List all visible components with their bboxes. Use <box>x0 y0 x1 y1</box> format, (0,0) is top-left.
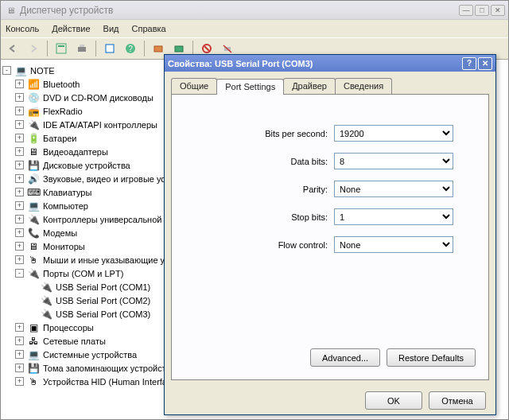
close-button[interactable]: ✕ <box>491 5 505 16</box>
flow-control-select[interactable]: None <box>334 236 453 253</box>
expander-blank <box>28 282 37 291</box>
device-icon: 🔌 <box>27 213 40 226</box>
expand-icon[interactable]: + <box>15 215 24 224</box>
cancel-button[interactable]: Отмена <box>429 391 486 410</box>
device-icon: 🖱 <box>27 375 40 388</box>
dialog-titlebar: Свойства: USB Serial Port (COM3) ? ✕ <box>165 55 495 72</box>
menu-console[interactable]: Консоль <box>6 24 39 33</box>
expand-icon[interactable]: + <box>15 323 24 332</box>
advanced-button[interactable]: Advanced... <box>310 348 380 367</box>
tree-item-label: NOTE <box>30 66 55 76</box>
svg-rect-4 <box>106 45 114 52</box>
expand-icon[interactable]: + <box>15 134 24 142</box>
help-icon[interactable]: ? <box>122 40 139 57</box>
bits-per-second-select[interactable]: 19200 <box>334 125 453 142</box>
data-bits-select[interactable]: 8 <box>334 153 453 169</box>
svg-rect-7 <box>154 46 162 52</box>
expand-icon[interactable]: + <box>15 147 24 156</box>
menu-action[interactable]: Действие <box>52 24 90 33</box>
device-icon: 💾 <box>27 362 40 375</box>
menu-help[interactable]: Справка <box>132 24 166 33</box>
tree-item-label: Батареи <box>43 134 77 143</box>
stop-bits-label: Stop bits: <box>183 212 334 222</box>
tab-details[interactable]: Сведения <box>335 78 392 94</box>
expand-icon[interactable]: + <box>15 255 24 264</box>
separator <box>95 41 96 56</box>
separator <box>144 41 145 56</box>
flow-control-label: Flow control: <box>183 240 334 250</box>
device-icon: 💿 <box>27 91 40 104</box>
svg-rect-0 <box>56 44 66 53</box>
minimize-button[interactable]: — <box>459 5 473 16</box>
expand-icon[interactable]: + <box>15 188 24 196</box>
titlebar: 🖥 Диспетчер устройств — □ ✕ <box>1 1 508 20</box>
expand-icon[interactable]: + <box>15 350 24 359</box>
data-bits-label: Data bits: <box>183 157 334 166</box>
expand-icon[interactable]: + <box>15 120 24 129</box>
tree-item-label: Клавиатуры <box>43 188 91 197</box>
forward-button[interactable] <box>25 40 42 57</box>
stop-bits-select[interactable]: 1 <box>334 208 453 225</box>
parity-select[interactable]: None <box>334 181 453 197</box>
expand-icon[interactable]: + <box>15 161 24 169</box>
expand-icon[interactable]: + <box>15 174 24 183</box>
tree-item-label: Процессоры <box>43 323 94 332</box>
tab-driver[interactable]: Драйвер <box>283 78 336 94</box>
tab-panel: Bits per second: 19200 Data bits: 8 Pari… <box>171 94 489 380</box>
bits-per-second-label: Bits per second: <box>183 129 334 138</box>
tree-item-label: Модемы <box>43 228 77 238</box>
app-icon: 🖥 <box>4 4 17 17</box>
restore-defaults-button[interactable]: Restore Defaults <box>387 348 476 367</box>
expand-icon[interactable]: + <box>15 364 24 372</box>
device-icon: 💾 <box>27 159 40 172</box>
svg-rect-3 <box>80 45 84 47</box>
device-icon: 🔌 <box>27 267 40 280</box>
tab-port-settings[interactable]: Port Settings <box>216 79 284 95</box>
tree-item-label: Системные устройства <box>43 350 137 360</box>
tree-item-label: Сетевые платы <box>43 336 106 346</box>
device-icon: 💻 <box>27 200 40 212</box>
ok-button[interactable]: OK <box>365 391 422 410</box>
tree-item-label: USB Serial Port (COM1) <box>56 282 150 292</box>
svg-text:?: ? <box>128 45 133 53</box>
expand-icon[interactable]: + <box>15 80 24 88</box>
menu-view[interactable]: Вид <box>103 24 119 33</box>
properties-icon[interactable] <box>101 40 119 57</box>
expand-icon[interactable]: + <box>15 93 24 102</box>
separator <box>47 41 48 56</box>
expand-icon[interactable]: + <box>15 242 24 251</box>
device-icon: 📶 <box>27 78 40 91</box>
tab-general[interactable]: Общие <box>171 78 217 94</box>
tree-item-label: USB Serial Port (COM2) <box>56 296 150 305</box>
expand-icon[interactable]: + <box>15 336 24 345</box>
parity-label: Parity: <box>183 185 334 194</box>
expand-icon[interactable]: + <box>15 201 24 210</box>
properties-dialog: Свойства: USB Serial Port (COM3) ? ✕ Общ… <box>164 54 496 415</box>
device-icon: 🔋 <box>27 132 40 145</box>
view-icon[interactable] <box>52 40 70 57</box>
expand-icon[interactable]: + <box>15 228 24 237</box>
back-button[interactable] <box>4 40 21 57</box>
expand-icon[interactable]: + <box>15 107 24 115</box>
tab-area: Общие Port Settings Драйвер Сведения Bit… <box>165 72 495 387</box>
device-icon: 💻 <box>27 348 40 361</box>
svg-rect-1 <box>58 45 64 47</box>
collapse-icon[interactable]: - <box>15 269 24 278</box>
tree-item-label: Порты (COM и LPT) <box>43 269 123 278</box>
svg-rect-8 <box>175 46 183 52</box>
device-icon: 🔊 <box>27 173 40 185</box>
maximize-button[interactable]: □ <box>475 5 489 16</box>
expand-icon[interactable]: + <box>15 377 24 386</box>
print-icon[interactable] <box>73 40 91 57</box>
dialog-help-button[interactable]: ? <box>462 57 476 70</box>
device-icon: 🔌 <box>40 294 52 307</box>
tree-item-label: Дисковые устройства <box>43 161 130 170</box>
expander-blank <box>28 309 37 318</box>
tree-item-label: Bluetooth <box>43 80 80 89</box>
tree-item-label: Компьютер <box>43 201 88 211</box>
device-icon: 🔌 <box>40 308 52 321</box>
dialog-close-button[interactable]: ✕ <box>478 57 492 70</box>
device-icon: 🖥 <box>27 146 40 158</box>
port-settings-form: Bits per second: 19200 Data bits: 8 Pari… <box>183 125 477 253</box>
collapse-icon[interactable]: - <box>2 66 11 75</box>
